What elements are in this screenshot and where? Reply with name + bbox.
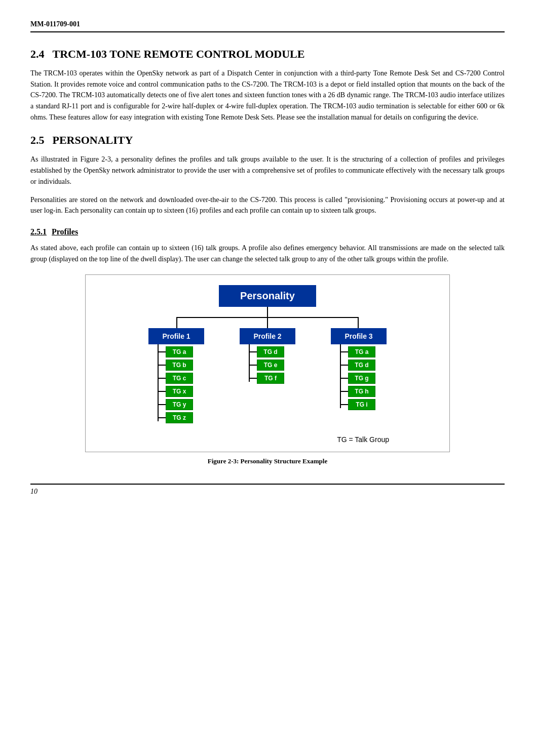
figure-caption: Figure 2-3: Personality Structure Exampl…	[30, 457, 505, 465]
tg-horiz	[341, 404, 348, 405]
tg-tag: TG x	[166, 386, 193, 397]
figure-2-3: Personality Profile 1	[85, 274, 450, 452]
tg-horiz	[250, 378, 257, 379]
profile-2-box: Profile 2	[240, 328, 295, 344]
tg-horiz	[341, 365, 348, 366]
tg-horiz	[341, 378, 348, 379]
tg-tag: TG a	[166, 346, 193, 357]
profiles-row: Profile 1 TG a TG b	[141, 328, 394, 423]
section-2-5-title: PERSONALITY	[53, 134, 133, 147]
tg-tag: TG i	[348, 399, 375, 410]
section-2-5-1-para-1: As stated above, each profile can contai…	[30, 243, 505, 264]
profile-1-tg-list: TG a TG b TG c	[159, 346, 193, 423]
tg-entry: TG x	[159, 386, 193, 397]
tg-horiz	[159, 351, 166, 352]
header: MM-011709-001	[30, 20, 505, 32]
section-2-5-1: 2.5.1 Profiles As stated above, each pro…	[30, 227, 505, 264]
profile-3-box: Profile 3	[331, 328, 387, 344]
tg-tag: TG e	[257, 360, 284, 371]
personality-diagram: Personality Profile 1	[96, 285, 439, 444]
tg-entry: TG d	[250, 346, 284, 357]
section-2-5-heading: 2.5 PERSONALITY	[30, 134, 505, 147]
tg-tag: TG a	[348, 346, 375, 357]
tg-horiz	[341, 391, 348, 392]
tg-tag: TG h	[348, 386, 375, 397]
tg-tag: TG d	[257, 346, 284, 357]
tg-horiz	[159, 417, 166, 418]
tg-horiz	[159, 378, 166, 379]
tg-tag: TG d	[348, 360, 375, 371]
tg-entry: TG g	[341, 373, 375, 384]
vert-drops	[141, 318, 394, 328]
tg-horiz	[159, 404, 166, 405]
profile-1-col: Profile 1 TG a TG b	[141, 328, 212, 423]
section-2-5-1-heading: 2.5.1 Profiles	[30, 227, 505, 236]
tg-entry: TG y	[159, 399, 193, 410]
tg-horiz	[159, 391, 166, 392]
tg-entry: TG z	[159, 412, 193, 423]
doc-number: MM-011709-001	[30, 20, 80, 28]
tg-tag: TG f	[257, 373, 284, 384]
tg-horiz	[341, 351, 348, 352]
personality-box: Personality	[219, 285, 316, 307]
section-2-5-para-1: As illustrated in Figure 2-3, a personal…	[30, 154, 505, 187]
profile-2-col: Profile 2 TG d TG e	[232, 328, 303, 384]
tg-horiz	[159, 365, 166, 366]
profile-3-col: Profile 3 TG a TG d	[323, 328, 394, 410]
tg-entry: TG e	[250, 360, 284, 371]
tg-entry: TG a	[159, 346, 193, 357]
tg-legend: TG = Talk Group	[141, 435, 394, 444]
tg-entry: TG a	[341, 346, 375, 357]
tg-entry: TG c	[159, 373, 193, 384]
section-2-5-1-number: 2.5.1	[30, 227, 47, 236]
section-2-5-number: 2.5	[30, 134, 45, 147]
footer: 10	[30, 484, 505, 496]
section-2-4-number: 2.4	[30, 48, 45, 61]
section-2-4-heading: 2.4 TRCM-103 TONE REMOTE CONTROL MODULE	[30, 48, 505, 61]
profile-3-tg-list: TG a TG d TG g	[341, 346, 375, 410]
section-2-4-title: TRCM-103 TONE REMOTE CONTROL MODULE	[53, 48, 305, 61]
profile-1-tgs: TG a TG b TG c	[148, 344, 204, 423]
tg-tag: TG b	[166, 360, 193, 371]
profile-3-tgs: TG a TG d TG g	[331, 344, 387, 410]
tg-tag: TG c	[166, 373, 193, 384]
section-2-5-para-2: Personalities are stored on the network …	[30, 194, 505, 216]
tg-tag: TG y	[166, 399, 193, 410]
tg-entry: TG i	[341, 399, 375, 410]
profile-1-box: Profile 1	[148, 328, 204, 344]
tg-entry: TG b	[159, 360, 193, 371]
section-2-4-para-1: The TRCM-103 operates within the OpenSky…	[30, 68, 505, 123]
section-2-5: 2.5 PERSONALITY As illustrated in Figure…	[30, 134, 505, 216]
tg-horiz	[250, 365, 257, 366]
tg-tag: TG g	[348, 373, 375, 384]
profile-2-tg-list: TG d TG e TG f	[250, 346, 284, 384]
section-2-4: 2.4 TRCM-103 TONE REMOTE CONTROL MODULE …	[30, 48, 505, 123]
tg-entry: TG h	[341, 386, 375, 397]
tg-entry: TG f	[250, 373, 284, 384]
footer-page-number: 10	[30, 488, 37, 496]
vert-connector-top	[267, 307, 268, 317]
profile-2-tgs: TG d TG e TG f	[240, 344, 295, 384]
section-2-5-1-title: Profiles	[52, 227, 78, 236]
tg-horiz	[250, 351, 257, 352]
tg-tag: TG z	[166, 412, 193, 423]
tg-entry: TG d	[341, 360, 375, 371]
